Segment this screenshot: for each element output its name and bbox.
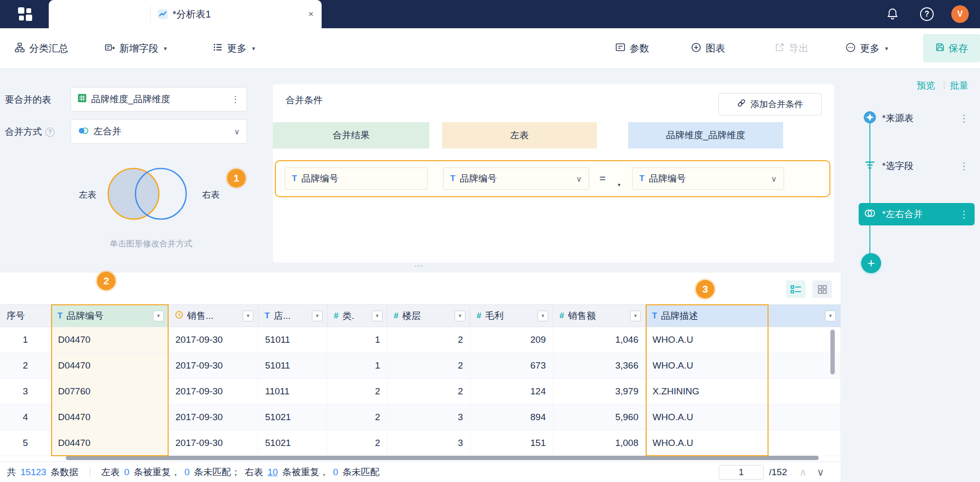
cell-index: 1	[0, 327, 51, 353]
tab-strip: *分析表1 ×	[49, 0, 322, 28]
kebab-menu-icon[interactable]: ⋮	[959, 208, 969, 220]
cell-brand-no: D04470	[51, 430, 169, 456]
row-view-toggle[interactable]	[786, 280, 806, 298]
column-header-sale-date[interactable]: 销售... ▾	[169, 305, 258, 327]
preview-tab[interactable]: 预览	[917, 79, 935, 92]
home-tab-area[interactable]	[49, 0, 150, 28]
right-table-label: 右表	[245, 466, 263, 479]
table-row[interactable]: 2 D04470 2017-09-30 51011 1 2 673 3,366 …	[0, 353, 841, 379]
classify-summary-button[interactable]: 分类汇总	[15, 28, 68, 69]
cell-brand-no: D04470	[51, 327, 169, 353]
column-menu-icon[interactable]: ▾	[243, 311, 253, 321]
cell-extra	[769, 327, 841, 353]
page-input[interactable]	[719, 465, 764, 480]
right-dup-count[interactable]: 10	[268, 467, 278, 478]
table-row[interactable]: 3 D07760 2017-09-30 11011 2 2 124 3,979 …	[0, 379, 841, 405]
step-badge-3: 3	[696, 280, 714, 298]
column-menu-icon[interactable]: ▾	[455, 311, 465, 321]
column-header-extra[interactable]: ▾	[769, 305, 841, 327]
right-field-select[interactable]: T 品牌编号 ∨	[632, 167, 784, 190]
column-header-floor[interactable]: # 楼层 ▾	[387, 305, 470, 327]
page-down-icon[interactable]: ∨	[817, 462, 824, 482]
link-icon	[737, 98, 746, 110]
column-menu-icon[interactable]: ▾	[825, 311, 836, 321]
help-icon[interactable]: ?	[920, 7, 934, 21]
cell-sale-date: 2017-09-30	[169, 430, 258, 456]
left-table-label: 左表	[101, 466, 120, 479]
column-header-category[interactable]: # 类. ▾	[327, 305, 387, 327]
add-condition-button[interactable]: 添加合并条件	[718, 93, 822, 115]
list-icon	[213, 42, 223, 55]
column-header-store[interactable]: T 店... ▾	[258, 305, 327, 327]
batch-tab[interactable]: 批量	[950, 79, 968, 92]
left-unmatched-count: 0	[184, 467, 190, 478]
top-bar: *分析表1 × ? V	[0, 0, 980, 28]
cell-store: 51021	[258, 430, 327, 456]
venn-diagram[interactable]	[105, 166, 189, 224]
params-button[interactable]: 参数	[615, 28, 649, 69]
column-header-sales[interactable]: # 销售额 ▾	[553, 305, 646, 327]
chart-button[interactable]: 图表	[691, 28, 725, 69]
cell-sale-date: 2017-09-30	[169, 379, 258, 405]
preview-table: 序号 T 品牌编号 ▾ 销售... ▾ T 店... ▾	[0, 304, 841, 456]
notification-bell-icon[interactable]	[886, 7, 899, 22]
left-field-select[interactable]: T 品牌编号 ∨	[443, 167, 589, 190]
table-row[interactable]: 4 D04470 2017-09-30 51021 2 3 894 5,960 …	[0, 405, 841, 430]
column-menu-icon[interactable]: ▾	[538, 311, 548, 321]
kebab-menu-icon[interactable]: ⋮	[231, 94, 240, 105]
operator-select[interactable]: =	[599, 161, 606, 196]
chevron-down-icon: ▾	[252, 45, 255, 52]
table-row[interactable]: 5 D04470 2017-09-30 51021 2 3 151 1,008 …	[0, 430, 841, 456]
table-row[interactable]: 1 D04470 2017-09-30 51011 1 2 209 1,046 …	[0, 327, 841, 353]
cell-floor: 2	[387, 353, 470, 379]
step-badge-1: 1	[227, 169, 246, 187]
cell-index: 4	[0, 405, 51, 430]
column-menu-icon[interactable]: ▾	[312, 311, 323, 321]
add-step-button[interactable]: +	[861, 253, 881, 273]
right-unmatched-count: 0	[333, 467, 338, 478]
column-menu-icon[interactable]: ▾	[372, 311, 383, 321]
more-right-button[interactable]: 更多 ▾	[845, 28, 888, 69]
total-prefix: 共	[7, 466, 16, 479]
flow-step-select-fields[interactable]: *选字段 ⋮	[859, 155, 975, 177]
question-icon[interactable]: ?	[45, 128, 55, 137]
column-header-profit[interactable]: # 毛利 ▾	[470, 305, 553, 327]
cell-floor: 3	[387, 405, 470, 430]
merge-method-select[interactable]: 左合并 ∨	[71, 119, 247, 144]
export-icon	[775, 42, 785, 55]
vertical-scrollbar[interactable]	[830, 330, 835, 374]
merge-table-select[interactable]: 品牌维度_品牌维度 ⋮	[71, 87, 247, 111]
result-field-select[interactable]: T 品牌编号	[285, 167, 428, 190]
conditions-title: 合并条件	[286, 94, 323, 107]
add-field-button[interactable]: 新增字段 ▾	[105, 28, 167, 69]
cell-brand-desc: WHO.A.U	[646, 327, 769, 353]
column-header-brand-desc[interactable]: T 品牌描述	[646, 305, 769, 327]
page-up-icon[interactable]: ∧	[799, 462, 807, 482]
save-button[interactable]: 保存	[923, 34, 980, 62]
chip-right-table: 品牌维度_品牌维度	[628, 122, 783, 148]
cell-index: 5	[0, 430, 51, 456]
operator-caret-icon[interactable]: ▼	[617, 183, 621, 187]
app-logo-icon[interactable]	[17, 6, 35, 24]
flow-step-merge[interactable]: *左右合并 ⋮	[859, 203, 975, 225]
kebab-menu-icon[interactable]: ⋮	[959, 112, 969, 124]
kebab-menu-icon[interactable]: ⋮	[959, 160, 969, 172]
cell-extra	[769, 430, 841, 456]
flow-step-source-table[interactable]: *来源表 ⋮	[859, 107, 975, 130]
panel-resize-handle[interactable]: ⋯	[404, 260, 435, 271]
more-left-button[interactable]: 更多 ▾	[213, 28, 255, 69]
column-menu-icon[interactable]: ▾	[153, 311, 164, 321]
cell-brand-no: D04470	[51, 405, 169, 430]
column-menu-icon[interactable]: ▾	[630, 311, 641, 321]
grid-view-toggle[interactable]	[812, 280, 832, 298]
horizontal-scrollbar[interactable]	[66, 456, 819, 460]
chevron-down-icon: ∨	[234, 127, 240, 136]
cell-extra	[769, 379, 841, 405]
flow-sidebar: 预览 批量 *来源表 ⋮ *选字段 ⋮ *左右合并 ⋮ +	[841, 69, 980, 482]
avatar[interactable]: V	[951, 5, 969, 23]
tab-close-icon[interactable]: ×	[304, 7, 318, 21]
tab-analysis[interactable]: *分析表1	[173, 0, 211, 28]
cell-profit: 151	[470, 430, 553, 456]
cell-sales: 1,008	[553, 430, 646, 456]
column-header-brand-no[interactable]: T 品牌编号 ▾	[51, 305, 169, 327]
